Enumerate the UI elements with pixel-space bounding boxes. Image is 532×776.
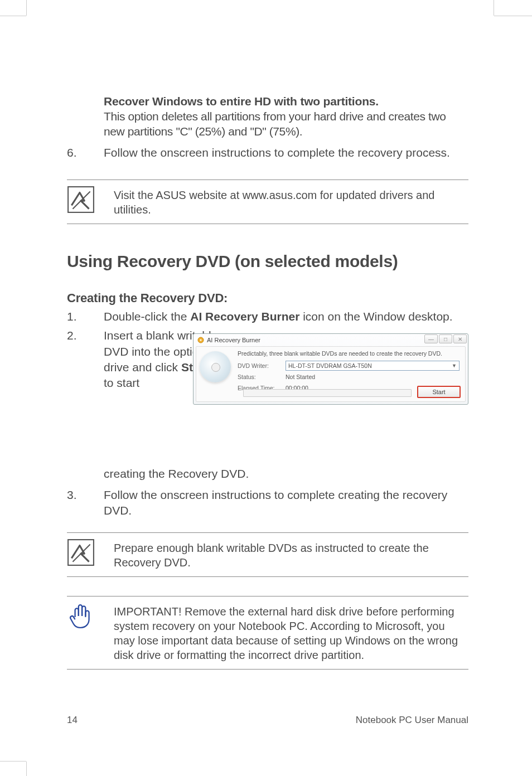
text-pre: Double-click the xyxy=(104,310,190,323)
note-asus-website: Visit the ASUS website at www.asus.com f… xyxy=(67,180,468,224)
page-footer: 14 Notebook PC User Manual xyxy=(67,715,468,726)
option-title: Recover Windows to entire HD with two pa… xyxy=(104,95,468,108)
important-note: IMPORTANT! Remove the external hard disk… xyxy=(67,596,468,670)
note-icon xyxy=(67,539,95,566)
svg-rect-1 xyxy=(68,540,94,565)
text-post: to start xyxy=(104,376,139,389)
dvd-writer-select[interactable]: HL-DT-ST DVDRAM GSA-T50N ▼ xyxy=(286,361,460,371)
hand-stop-icon xyxy=(67,602,95,630)
heading-using-recovery-dvd: Using Recovery DVD (on selected models) xyxy=(67,252,468,271)
status-label: Status: xyxy=(238,374,286,380)
note-text: Visit the ASUS website at www.asus.com f… xyxy=(114,186,468,217)
svg-rect-0 xyxy=(68,187,94,212)
progress-bar xyxy=(243,389,412,397)
status-value: Not Started xyxy=(286,374,315,380)
step-number: 1. xyxy=(67,309,104,324)
note-prepare-dvds: Prepare enough blank writable DVDs as in… xyxy=(67,532,468,577)
step-6: 6. Follow the onscreen instructions to c… xyxy=(67,145,468,161)
step-number: 3. xyxy=(67,487,104,519)
step-number: 2. xyxy=(67,328,104,391)
heading-creating-recovery-dvd: Creating the Recovery DVD: xyxy=(67,291,468,305)
step-2-continuation: creating the Recovery DVD. xyxy=(104,467,468,481)
page-number: 14 xyxy=(67,715,78,726)
svg-point-3 xyxy=(200,340,202,341)
ai-recovery-burner-window: AI Recovery Burner — □ ✕ Predictably, th… xyxy=(193,333,468,405)
option-desc: This option deletes all partitions from … xyxy=(104,109,468,139)
important-text: IMPORTANT! Remove the external hard disk… xyxy=(114,602,468,662)
window-title: AI Recovery Burner xyxy=(207,337,260,343)
step-text: Follow the onscreen instructions to comp… xyxy=(104,487,468,519)
step-text: Double-click the AI Recovery Burner icon… xyxy=(104,309,468,324)
dvd-writer-label: DVD Writer: xyxy=(238,362,286,369)
app-icon xyxy=(197,336,205,344)
chevron-down-icon: ▼ xyxy=(452,363,457,368)
disc-icon xyxy=(200,351,231,382)
prediction-message: Predictably, three blank writable DVDs a… xyxy=(238,350,460,357)
step-number: 6. xyxy=(67,145,104,161)
step-1: 1. Double-click the AI Recovery Burner i… xyxy=(67,309,468,324)
dvd-writer-value: HL-DT-ST DVDRAM GSA-T50N xyxy=(288,362,372,369)
maximize-button[interactable]: □ xyxy=(439,334,452,343)
manual-title: Notebook PC User Manual xyxy=(356,715,468,726)
minimize-button[interactable]: — xyxy=(424,334,438,343)
note-text: Prepare enough blank writable DVDs as in… xyxy=(114,539,468,570)
close-button[interactable]: ✕ xyxy=(453,334,467,343)
text-post: icon on the Window desktop. xyxy=(299,310,452,323)
step-text: Follow the onscreen instructions to comp… xyxy=(104,145,468,161)
start-button[interactable]: Start xyxy=(417,386,461,398)
step-3: 3. Follow the onscreen instructions to c… xyxy=(67,487,468,519)
note-icon xyxy=(67,186,95,214)
text-bold: AI Recovery Burner xyxy=(190,310,299,323)
